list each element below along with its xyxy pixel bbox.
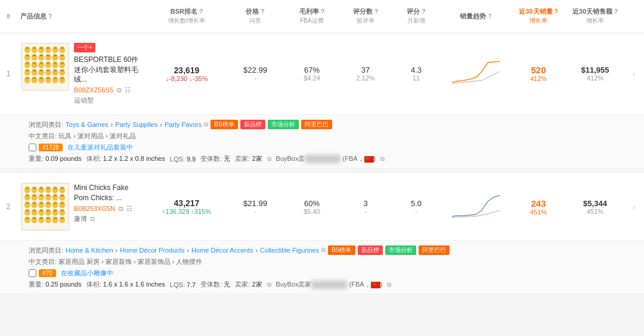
header-score: 评分 ? 月新增: [392, 5, 440, 28]
tag-market-2[interactable]: 市场分析: [385, 245, 416, 255]
header-score-icon[interactable]: ?: [422, 8, 425, 15]
row-number-2: 2: [0, 200, 17, 213]
copy-icon-1[interactable]: ⧉: [117, 86, 122, 94]
sellers-icon-1[interactable]: ⧉: [267, 155, 271, 163]
note-icon-1[interactable]: ☷: [125, 86, 131, 94]
variation-1: 无: [224, 155, 230, 162]
trend-cell-2: [440, 190, 512, 223]
rank-tag-2: #70: [39, 269, 56, 277]
tag-market-1[interactable]: 市场分析: [268, 120, 299, 129]
product-info-2: Mini Chicks Fake Pom Chicks: ... B0B253X…: [17, 181, 148, 233]
brand-link-icon-2[interactable]: ⧉: [90, 215, 95, 222]
bsr-cell-2: 43,217 ↑136,329 ↑315%: [148, 196, 225, 217]
score-value-2: 5.0: [396, 199, 436, 208]
more-icon-2[interactable]: ›: [633, 202, 636, 211]
product-image-1[interactable]: [21, 43, 69, 91]
tag-alibaba-2[interactable]: 阿里巴巴: [419, 245, 450, 255]
review-count-cell-1: 37 2.12%: [339, 63, 392, 84]
more-icon-1[interactable]: ›: [633, 69, 636, 79]
browse-link-icon-1[interactable]: ⧉: [204, 121, 208, 128]
tag-bs-1[interactable]: BS榜单: [210, 120, 237, 129]
sales-30-value-2: 243: [515, 198, 562, 209]
buybox-icon-1[interactable]: ⧉: [380, 155, 385, 163]
header-product-info-icon[interactable]: ?: [48, 13, 52, 20]
rank-link-1[interactable]: 在儿童派对礼品套装中: [67, 143, 133, 152]
product-main-1: 1: [0, 33, 644, 114]
product-title-1[interactable]: BESPORTBLE 60件迷你小鸡套装塑料毛绒...: [74, 55, 143, 85]
header-trend-icon[interactable]: ?: [488, 13, 491, 20]
browse-path-2d[interactable]: Collectible Figurines: [260, 247, 319, 254]
separator-1: [0, 169, 644, 173]
rank-checkbox-2[interactable]: [29, 269, 36, 277]
trend-chart-1: [449, 60, 503, 86]
product-asin-2[interactable]: B0B253XG5N ⧉ ☷: [74, 205, 143, 213]
rank-checkbox-1[interactable]: [29, 144, 36, 151]
weight-1: 0.09 pounds: [45, 155, 82, 162]
profit-rate-2: 60%: [289, 199, 335, 208]
header-sales-30-icon[interactable]: ?: [555, 8, 558, 15]
tag-new-2[interactable]: 新品榜: [358, 245, 383, 255]
buybox-icon-2[interactable]: ⧉: [387, 281, 391, 288]
product-brand-2: 廉博 ⧉: [74, 214, 143, 223]
product-asin-1[interactable]: B08ZXZ56S5 ⧉ ☷: [74, 86, 143, 94]
header-price-icon[interactable]: ?: [261, 8, 264, 15]
revenue-30-rate-2: 451%: [569, 208, 621, 215]
tag-bs-2[interactable]: BS榜单: [328, 245, 355, 255]
rank-link-2[interactable]: 在收藏品小雕像中: [61, 269, 113, 278]
product-tag-1: 一个+: [74, 43, 143, 55]
table-header: # 产品信息 ? BSR排名 ? 增长数/增长率 价格 ? 问答 毛利率 ? F…: [0, 0, 644, 33]
browse-line-1: 浏览同类目: Toys & Games › Party Supplies › P…: [29, 120, 634, 129]
browse-path-2c[interactable]: Home Décor Accents: [191, 247, 253, 254]
fba-fee-2: $5.40: [289, 208, 335, 215]
profit-cell-1: 67% $4.24: [285, 63, 339, 84]
rank-row-2: #70 在收藏品小雕像中: [29, 269, 634, 278]
fba-fee-1: $4.24: [289, 74, 335, 82]
bsr-cell-1: 23,619 ↓-8,230 ↓-35%: [148, 63, 225, 85]
browse-label-1: 浏览同类目:: [29, 120, 63, 129]
profit-rate-1: 67%: [289, 66, 335, 74]
buybox-blurred-1: [305, 155, 340, 163]
header-profit: 毛利率 ? FBA运费: [285, 5, 339, 28]
header-bsr-icon[interactable]: ?: [199, 8, 203, 15]
variation-2: 无: [224, 281, 230, 288]
browse-path-1c[interactable]: Party Favors: [165, 121, 202, 128]
header-hash: #: [0, 10, 17, 23]
weight-2: 0.25 pounds: [45, 281, 82, 288]
review-rate-2: -: [342, 208, 389, 215]
copy-icon-2[interactable]: ⧉: [119, 205, 123, 212]
extra-cell-1: ›: [625, 67, 643, 81]
browse-path-1b[interactable]: Party Supplies: [115, 121, 157, 128]
header-revenue-30: 近30天销售额 ? 增长率: [565, 5, 625, 28]
product-text-2: Mini Chicks Fake Pom Chicks: ... B0B253X…: [74, 183, 143, 223]
tag-new-1[interactable]: 新品榜: [240, 120, 265, 129]
header-profit-icon[interactable]: ?: [321, 8, 324, 15]
extra-cell-2: ›: [625, 200, 643, 214]
review-count-2: 3: [342, 199, 389, 208]
bsr-value-2: 43,217: [151, 198, 222, 208]
tag-alibaba-1[interactable]: 阿里巴巴: [301, 120, 332, 129]
header-product-info: 产品信息 ?: [17, 10, 148, 23]
header-sales-30: 近30天销量 ? 增长率: [512, 5, 565, 28]
note-icon-2[interactable]: ☷: [126, 205, 132, 212]
trend-chart-2: [449, 192, 503, 219]
browse-path-2b[interactable]: Home Décor Products: [120, 247, 184, 254]
product-info-1: 一个+ BESPORTBLE 60件迷你小鸡套装塑料毛绒... B08ZXZ56…: [17, 41, 148, 107]
header-review-count-icon[interactable]: ?: [374, 8, 378, 15]
product-image-2[interactable]: [21, 183, 69, 231]
header-bsr: BSR排名 ? 增长数/增长率: [148, 5, 225, 28]
product-title-2[interactable]: Mini Chicks Fake Pom Chicks: ...: [74, 183, 143, 203]
header-revenue-30-icon[interactable]: ?: [614, 8, 618, 15]
row-number-1: 1: [0, 67, 17, 80]
product-image-svg-2: [24, 185, 67, 229]
sales-30-cell-1: 520 412%: [512, 63, 565, 85]
browse-path-2a[interactable]: Home & Kitchen: [66, 247, 113, 254]
sellers-icon-2[interactable]: ⧉: [267, 281, 271, 288]
header-price: 价格 ? 问答: [225, 5, 285, 28]
price-qa-1: -: [229, 74, 281, 82]
revenue-30-value-1: $11,955: [569, 66, 621, 74]
browse-link-icon-2[interactable]: ⧉: [321, 247, 326, 254]
score-cell-1: 4.3 11: [392, 63, 440, 84]
price-value-2: $21.99: [229, 199, 281, 208]
revenue-30-cell-1: $11,955 412%: [565, 63, 625, 84]
browse-path-1[interactable]: Toys & Games: [66, 121, 109, 128]
